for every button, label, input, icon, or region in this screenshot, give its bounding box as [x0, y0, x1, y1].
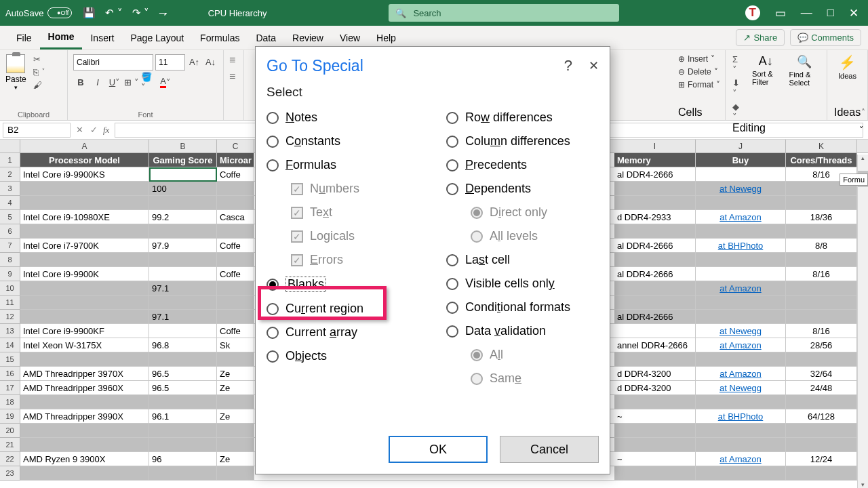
- cell[interactable]: [614, 424, 696, 438]
- row-header[interactable]: 13: [0, 324, 20, 338]
- cell[interactable]: at Amazon: [696, 367, 786, 381]
- cell[interactable]: [20, 224, 149, 239]
- cell[interactable]: 97.1: [149, 310, 217, 324]
- radio-blanks[interactable]: Blanks: [267, 277, 419, 292]
- column-header[interactable]: B: [149, 140, 217, 153]
- cell[interactable]: [20, 466, 149, 481]
- vertical-scrollbar[interactable]: [857, 155, 868, 488]
- cell[interactable]: at Amazon: [696, 281, 786, 296]
- cell[interactable]: [696, 352, 786, 367]
- cell[interactable]: 96.5: [149, 381, 217, 395]
- close-dialog-icon[interactable]: ✕: [589, 58, 599, 73]
- cell[interactable]: 64/128: [786, 409, 857, 424]
- row-header[interactable]: 5: [0, 210, 20, 224]
- cell[interactable]: 100: [149, 182, 217, 196]
- clear-icon[interactable]: ◆ ˅: [732, 102, 743, 122]
- cell[interactable]: 24/48: [786, 381, 857, 395]
- cell[interactable]: 32/64: [786, 367, 857, 381]
- cell[interactable]: at Amazon: [696, 452, 786, 466]
- cell[interactable]: [149, 424, 217, 438]
- fx-label[interactable]: fx: [103, 125, 109, 136]
- cell[interactable]: [786, 281, 857, 296]
- cell[interactable]: Coffe: [217, 267, 254, 281]
- row-header[interactable]: 20: [0, 424, 20, 438]
- cell[interactable]: 8/8: [786, 239, 857, 253]
- increase-font-icon[interactable]: A↑: [187, 54, 201, 69]
- cell[interactable]: [696, 438, 786, 452]
- cell[interactable]: Microar: [217, 153, 254, 167]
- ribbon-mode-icon[interactable]: ▭: [775, 6, 786, 20]
- cell[interactable]: [217, 296, 254, 310]
- cut-icon[interactable]: ✂: [33, 54, 47, 64]
- cell[interactable]: Intel Core i7-9700K: [20, 239, 149, 253]
- enter-formula-icon[interactable]: ✓: [90, 125, 98, 135]
- cell[interactable]: [614, 196, 696, 210]
- cell[interactable]: at Newegg: [696, 182, 786, 196]
- cell[interactable]: Gaming Score: [149, 153, 217, 167]
- expand-formula-icon[interactable]: ˅: [859, 125, 864, 135]
- cell[interactable]: Casca: [217, 210, 254, 224]
- radio-last-cell[interactable]: Last cell: [446, 253, 599, 267]
- cell[interactable]: [217, 310, 254, 324]
- row-header[interactable]: 9: [0, 267, 20, 281]
- cell[interactable]: [149, 324, 217, 338]
- cell[interactable]: [217, 352, 254, 367]
- cell[interactable]: Intel Core i9-9900K: [20, 267, 149, 281]
- row-header[interactable]: 7: [0, 239, 20, 253]
- cell[interactable]: [149, 267, 217, 281]
- tab-file[interactable]: File: [8, 26, 40, 49]
- cell[interactable]: 97.9: [149, 239, 217, 253]
- radio-objects[interactable]: Objects: [267, 349, 419, 363]
- cell[interactable]: 12/24: [786, 452, 857, 466]
- cell[interactable]: [20, 281, 149, 296]
- row-header[interactable]: 19: [0, 409, 20, 424]
- cell[interactable]: [614, 466, 696, 481]
- maximize-icon[interactable]: □: [827, 6, 834, 20]
- cell[interactable]: [614, 182, 696, 196]
- select-all-corner[interactable]: [0, 140, 20, 153]
- cell[interactable]: [20, 395, 149, 409]
- cell[interactable]: [217, 438, 254, 452]
- cell[interactable]: Processor Model: [20, 153, 149, 167]
- cell[interactable]: [20, 352, 149, 367]
- help-icon[interactable]: ?: [564, 57, 572, 75]
- cell[interactable]: Ze: [217, 367, 254, 381]
- radio-data-validation[interactable]: Data validation: [446, 324, 599, 338]
- qat-customize-icon[interactable]: ⇁: [159, 7, 167, 19]
- cell[interactable]: [149, 395, 217, 409]
- decrease-font-icon[interactable]: A↓: [203, 54, 218, 69]
- cell[interactable]: at Newegg: [696, 324, 786, 338]
- cell[interactable]: [217, 281, 254, 296]
- cell[interactable]: d DDR4-3200: [614, 367, 696, 381]
- cell[interactable]: [696, 296, 786, 310]
- cell[interactable]: [149, 352, 217, 367]
- cell[interactable]: d DDR4-2933: [614, 210, 696, 224]
- cell[interactable]: AMD Ryzen 9 3900X: [20, 452, 149, 466]
- cell[interactable]: [20, 424, 149, 438]
- column-header[interactable]: I: [614, 140, 696, 153]
- delete-button[interactable]: ⊖ Delete ˅: [678, 67, 718, 77]
- cell[interactable]: al DDR4-2666: [614, 310, 696, 324]
- cell[interactable]: [20, 438, 149, 452]
- row-header[interactable]: 8: [0, 253, 20, 267]
- cell[interactable]: al DDR4-2666: [614, 267, 696, 281]
- row-header[interactable]: 22: [0, 452, 20, 466]
- cell[interactable]: Ze: [217, 409, 254, 424]
- cancel-button[interactable]: Cancel: [500, 436, 599, 463]
- radio-constants[interactable]: Constants: [267, 134, 419, 148]
- font-color-button[interactable]: A ˅: [158, 75, 173, 89]
- radio-current-array[interactable]: Current array: [267, 325, 419, 340]
- save-icon[interactable]: 💾: [83, 7, 96, 19]
- row-header[interactable]: 10: [0, 281, 20, 296]
- row-header[interactable]: 18: [0, 395, 20, 409]
- cell[interactable]: [614, 352, 696, 367]
- cell[interactable]: [696, 253, 786, 267]
- cell[interactable]: AMD Threadripper 3990X: [20, 409, 149, 424]
- cell[interactable]: [614, 224, 696, 239]
- cell[interactable]: at BHPhoto: [696, 409, 786, 424]
- cell[interactable]: [614, 395, 696, 409]
- font-size-select[interactable]: [155, 54, 185, 70]
- underline-button[interactable]: U ˅: [107, 75, 122, 89]
- cell[interactable]: [614, 281, 696, 296]
- cell[interactable]: [20, 253, 149, 267]
